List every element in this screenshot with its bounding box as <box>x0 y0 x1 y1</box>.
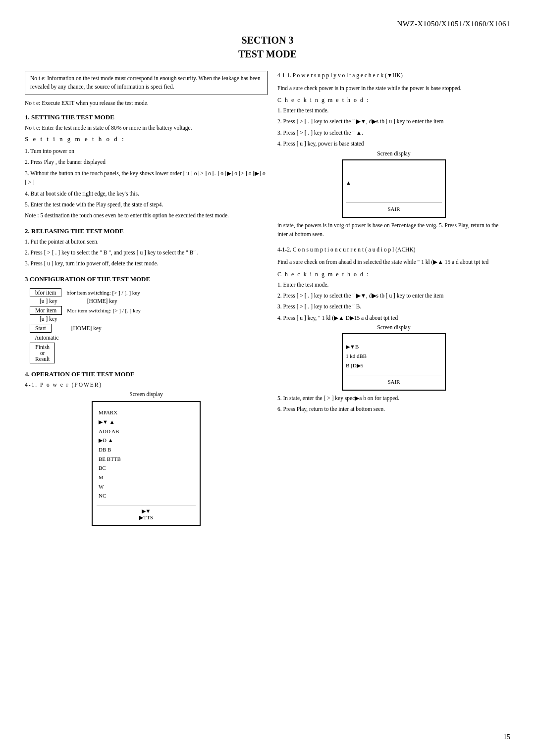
note-box-1: No t e: Information on the test mode mus… <box>25 71 268 95</box>
screen-display-2: ▲ SAIR <box>342 159 446 218</box>
config-diagram: bfor item bfor item switching: [> ] / [.… <box>30 288 268 363</box>
screen3-line3: B [D▶5 <box>346 361 363 370</box>
releasing-step-1: 1. Put the pointer at button seen. <box>25 237 268 246</box>
step-1-2-2: 2. Press [ > [ . ] key to select the " ▶… <box>277 291 510 300</box>
step-1-1-2: 2. Press [ > [ . ] key to select the " ▶… <box>277 117 510 126</box>
setting-step-5: 5. Enter the test mode with the Play spe… <box>25 200 268 209</box>
screen3-bottom: SAIR <box>346 375 442 387</box>
main-content: No t e: Information on the test mode mus… <box>25 71 510 530</box>
page-title: NWZ-X1050/X1051/X1060/X1061 <box>25 20 510 28</box>
setting-note: No t e: Enter the test mode in state of … <box>25 123 268 132</box>
screen-line-bebttb: BE BTTB <box>99 454 121 464</box>
body3: 5. In state, enter the [ > ] key spec▶a … <box>277 394 510 403</box>
screen2-bottom: SAIR <box>346 202 442 214</box>
sub1-1-heading: 4-1-1. P o w e r s u p p l y v o l t a g… <box>277 71 510 81</box>
releasing-step-3: 3. Press [ u ] key, turn into power off,… <box>25 259 268 268</box>
step-1-1-1: 1. Enter the test mode. <box>277 106 510 115</box>
screen3-line1: ▶▼B <box>346 342 359 352</box>
diagram-row-1: bfor item bfor item switching: [> ] / [.… <box>30 288 268 297</box>
screen-label-1: Screen display <box>25 391 268 397</box>
start-box: Start <box>30 324 52 333</box>
step-1-2-4: 4. Press [ u ] key, " 1 kl (▶▲ D▶15 a d … <box>277 313 510 322</box>
setting-step-4: 4. But at boot side of the right edge, t… <box>25 189 268 198</box>
page: NWZ-X1050/X1051/X1060/X1061 SECTION 3 TE… <box>0 0 535 756</box>
screen-line-m: M <box>99 473 104 482</box>
operation-heading: 4. OPERATION OF THE TEST MODE <box>25 370 268 378</box>
screen-inner-3: ▶▼B 1 kd dBB B [D▶5 <box>346 337 442 375</box>
releasing-step-2: 2. Press [ > [ . ] key to select the " B… <box>25 248 268 257</box>
diagram-row-3: Mor item Mor item switching: [> ] / [. ]… <box>30 306 268 315</box>
checking-method-1: C h e c k i n g m e t h o d : <box>277 97 510 104</box>
setting-subheading: S e t t i n g m e t h o d : <box>25 134 268 145</box>
screen-line-w: W <box>99 482 104 492</box>
screen-line-mparx: MPARX <box>99 408 117 417</box>
setting-step-3: 3. Without the button on the touch panel… <box>25 169 268 187</box>
screen-label-3: Screen display <box>277 324 510 330</box>
screen-display-3: ▶▼B 1 kd dBB B [D▶5 SAIR <box>342 333 446 391</box>
screen-inner-2: ▲ <box>346 163 442 202</box>
screen-display-1: MPARX ▶▼ ▲ ADD AB ▶D ▲ DB B BE BTTB BC M… <box>92 401 201 526</box>
screen-line-bc: BC <box>99 463 106 473</box>
step-1-2-3: 3. Press [ > [ . ] key to select the " B… <box>277 302 510 311</box>
setting-step-1: 1. Turn into power on <box>25 147 268 155</box>
setting-heading: 1. SETTING THE TEST MODE <box>25 113 268 121</box>
step-1-2-1: 1. Enter the test mode. <box>277 280 510 289</box>
releasing-heading: 2. RELEASING THE TEST MODE <box>25 227 268 235</box>
screen-label-2: Screen display <box>277 151 510 156</box>
finish-box: Finish or Result <box>30 343 55 363</box>
diagram-row-4: [u ] key <box>40 316 268 322</box>
bfor-item-box: bfor item <box>30 288 61 297</box>
sub1-2-body: Find a sure check on from ahead d in sel… <box>277 257 510 266</box>
diagram-row-2: [u ] key [HOME] key <box>40 298 268 304</box>
screen3-line2: 1 kd dBB <box>346 352 367 361</box>
sub1-2-heading: 4-1-2. C o n s u m p t i o n c u r r e n… <box>277 245 510 255</box>
body4: 6. Press Play, return to the inter at bo… <box>277 404 510 413</box>
config-heading: 3 CONFIGURATION OF THE TEST MODE <box>25 275 268 283</box>
section-title: SECTION 3 TEST MODE <box>25 33 510 61</box>
checking-method-2: C h e c k i n g m e t h o d : <box>277 271 510 278</box>
operation-sub1: 4-1. P o w e r (POWER) <box>25 380 268 389</box>
screen-line-arrows1: ▶▼ ▲ <box>99 417 115 427</box>
mor-item-box: Mor item <box>30 306 62 315</box>
setting-note2: Note : 5 destination the touch ones even… <box>25 211 268 220</box>
screen-line-dbb: DB B <box>99 445 111 454</box>
body2: in state, the powers is in votg of power… <box>277 221 510 239</box>
step-1-1-4: 4. Press [ u ] key, power is base stated <box>277 139 510 148</box>
screen-line-nc: NC <box>99 491 106 501</box>
screen-bottom-1a: ▶▼ ▶TTS <box>97 505 196 521</box>
right-column: 4-1-1. P o w e r s u p p l y v o l t a g… <box>277 71 510 530</box>
u-key-label-1: [u ] key <box>40 298 57 304</box>
setting-step-2: 2. Press Play , the banner displayed <box>25 157 268 166</box>
mid-note: Mor item switching: [> ] / [. ] key <box>67 307 141 313</box>
u-key-label-2: [u ] key <box>40 316 57 322</box>
automatic-label: Automatic <box>35 335 268 341</box>
screen2-text: ▲ <box>346 178 351 188</box>
top-note: bfor item switching: [> ] / [. ] key <box>66 290 140 296</box>
home-key-label-2: [HOME] key <box>71 325 102 331</box>
home-key-label-1: [HOME] key <box>87 298 117 304</box>
sub1-1-body: Find a sure check power is in power in t… <box>277 84 510 93</box>
diagram-row-6: Finish or Result <box>30 343 268 363</box>
note-line-2: No t e: Execute EXIT when you release th… <box>25 99 268 107</box>
page-number: 15 <box>503 733 510 741</box>
screen-line-bda: ▶D ▲ <box>99 436 113 445</box>
step-1-1-3: 3. Press [ > [ . ] key to select the " ▲… <box>277 128 510 137</box>
diagram-row-5: Start [HOME] key <box>30 324 268 333</box>
screen-content-1: MPARX ▶▼ ▲ ADD AB ▶D ▲ DB B BE BTTB BC M… <box>97 406 196 503</box>
left-column: No t e: Information on the test mode mus… <box>25 71 268 530</box>
screen-line-addab: ADD AB <box>99 427 119 436</box>
